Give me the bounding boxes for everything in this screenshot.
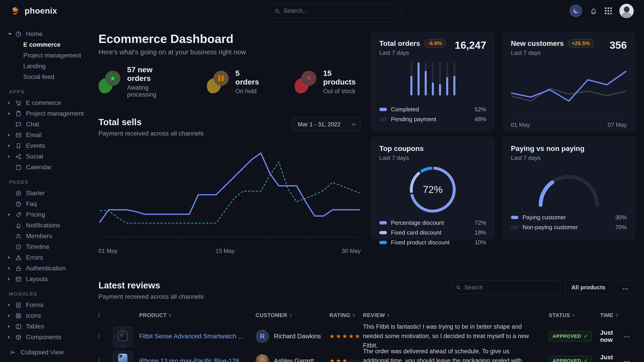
sidebar-item-label: Chat — [26, 121, 39, 128]
reviews-more-button[interactable]: ... — [616, 280, 635, 294]
review-time: Just now — [600, 329, 624, 344]
global-search[interactable] — [268, 4, 402, 18]
sidebar-item-label: Icons — [26, 312, 41, 319]
sidebar-item-label: Project management — [26, 110, 84, 117]
sidebar-item-calendar[interactable]: Calendar — [0, 162, 85, 173]
calendar-icon — [15, 164, 26, 171]
quick-stats: ★ 57 new ordersAwating processing 5 orde… — [98, 65, 361, 98]
caret-right-icon — [8, 336, 15, 339]
sidebar-item-email[interactable]: Email — [0, 130, 85, 140]
product-image-smartwatch[interactable] — [113, 326, 133, 346]
sort-icon — [290, 314, 292, 317]
moon-icon — [572, 7, 579, 14]
column-header-review[interactable]: REVIEW — [363, 312, 549, 318]
sidebar-item-tables[interactable]: Tables — [0, 321, 85, 332]
legend-swatch — [511, 216, 518, 219]
sidebar-item-label: Authentication — [26, 265, 66, 272]
top-navbar: phoenix — [0, 0, 644, 22]
sidebar-item-social[interactable]: Social — [0, 151, 85, 162]
dark-mode-toggle[interactable] — [570, 4, 582, 17]
sidebar-item-faq[interactable]: Faq — [0, 199, 85, 209]
sidebar-item-starter[interactable]: Starter — [0, 188, 85, 199]
stat-caption: Out of stock — [323, 88, 361, 95]
sidebar-item-home[interactable]: Home — [0, 29, 85, 39]
customer-name: Richard Dawkins — [274, 333, 321, 340]
column-header-rating[interactable]: RATING — [330, 312, 363, 318]
status-badge: APPROVED✓ — [549, 356, 592, 362]
total-sells-x-axis: 01 May 15 May 30 May — [98, 248, 361, 255]
total-orders-card: Total orders -6.8% Last 7 days 16,247 Co… — [371, 32, 494, 131]
caret-right-icon — [8, 155, 15, 158]
reviews-search-input[interactable] — [464, 284, 556, 291]
card-title: Paying vs non paying — [511, 144, 584, 153]
row-checkbox[interactable] — [98, 359, 99, 362]
sidebar-item-authentication[interactable]: Authentication — [0, 263, 85, 274]
sidebar-subitem-social-feed[interactable]: Social feed — [0, 71, 85, 82]
sidebar-item-errors[interactable]: Errors — [0, 252, 85, 263]
collapse-sidebar-button[interactable]: Collapsed View — [0, 342, 85, 362]
status-badge: APPROVED✓ — [549, 331, 592, 342]
product-link[interactable]: Fitbit Sense Advanced Smartwatch with To… — [139, 333, 256, 340]
row-checkbox[interactable] — [98, 334, 99, 339]
legend-swatch — [511, 226, 518, 229]
sidebar-item-forms[interactable]: Forms — [0, 300, 85, 310]
sidebar-subitem-ecommerce[interactable]: E commerce — [0, 39, 85, 50]
reviews-search[interactable] — [451, 280, 561, 294]
table-icon — [15, 323, 26, 330]
donut-center-label: 72% — [423, 184, 442, 195]
column-header-product[interactable]: PRODUCT — [139, 312, 256, 318]
review-text: This Fitbit is fantastic! I was trying t… — [363, 322, 549, 350]
sidebar-item-label: Tables — [26, 323, 44, 330]
sidebar-item-pricing[interactable]: Pricing — [0, 209, 85, 220]
column-header-customer[interactable]: CUSTOMER — [256, 312, 330, 318]
sidebar-subitem-project-management[interactable]: Project management — [0, 50, 85, 61]
sidebar: Home E commerce Project management Landi… — [0, 22, 86, 362]
notifications-button[interactable] — [590, 7, 597, 14]
sidebar-item-events[interactable]: Events — [0, 140, 85, 151]
column-header-time[interactable]: TIME — [600, 312, 624, 318]
card-caption: Last 7 days — [379, 154, 424, 161]
select-all-checkbox[interactable] — [98, 313, 99, 318]
paying-legend: Paying customer30% Non-paying customer70… — [511, 212, 627, 232]
top-coupons-donut-chart: 72% — [379, 161, 486, 218]
sidebar-item-members[interactable]: Members — [0, 231, 85, 242]
sidebar-item-icons[interactable]: Icons — [0, 310, 85, 321]
stat-caption: Awating processing — [127, 84, 173, 98]
all-products-button[interactable]: All products — [564, 280, 612, 294]
apps-grid-button[interactable] — [605, 7, 612, 14]
row-menu-button[interactable] — [624, 361, 630, 362]
question-circle-icon — [15, 201, 26, 207]
sidebar-item-ecommerce[interactable]: E commerce — [0, 97, 85, 108]
latest-reviews-section: Latest reviews Payment received across a… — [86, 264, 644, 362]
user-avatar[interactable] — [620, 4, 634, 18]
sidebar-section-pages: PAGES — [0, 173, 85, 188]
legend-label: Non-paying customer — [522, 224, 578, 231]
brand-name: phoenix — [24, 6, 57, 16]
caret-right-icon — [8, 256, 15, 259]
sidebar-item-chat[interactable]: Chat — [0, 119, 85, 130]
customer-cell: R Richard Dawkins — [256, 330, 330, 343]
sidebar-subitem-landing[interactable]: Landing — [0, 61, 85, 71]
customer-name: Ashley Garrett — [274, 357, 314, 362]
sidebar-item-layouts[interactable]: Layouts — [0, 274, 85, 284]
brand-logo[interactable]: phoenix — [10, 6, 57, 16]
x-tick: 01 May — [98, 248, 118, 255]
product-image-iphone[interactable] — [113, 351, 133, 362]
sidebar-item-timeline[interactable]: Timeline — [0, 242, 85, 252]
date-range-select[interactable]: Mar 1 - 31, 2022 — [292, 117, 361, 131]
sidebar-item-components[interactable]: Components — [0, 332, 85, 343]
sidebar-item-label: E commerce — [26, 99, 61, 106]
sidebar-item-label: Home — [26, 30, 43, 37]
search-input[interactable] — [284, 7, 396, 14]
row-menu-button[interactable] — [624, 336, 630, 338]
sidebar-section-modules: MODULES — [0, 284, 85, 300]
column-header-status[interactable]: STATUS — [549, 312, 600, 318]
sidebar-item-notifications[interactable]: Notifications — [0, 220, 85, 231]
check-icon: ✓ — [584, 358, 588, 362]
sidebar-item-project-management[interactable]: Project management — [0, 108, 85, 119]
x-icon: ✕ — [301, 71, 316, 86]
rating-stars: ★★★☆☆ — [330, 357, 363, 362]
card-caption: Last 7 days — [511, 49, 594, 56]
product-link[interactable]: iPhone 13 pro max-Pacific Blue-128GB sto… — [139, 357, 256, 362]
customer-cell: Ashley Garrett — [256, 354, 330, 362]
